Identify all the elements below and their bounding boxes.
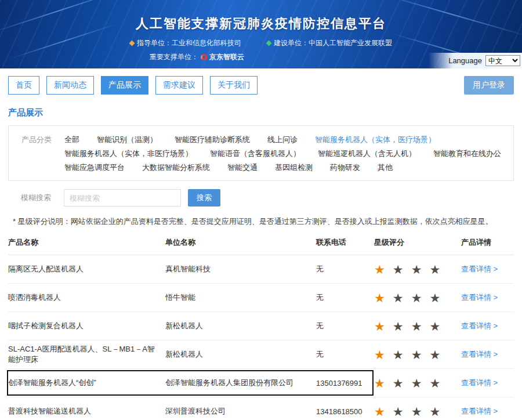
table-row: 隔离区无人配送机器人真机智能科技无★★★★查看详情 > <box>8 255 514 284</box>
jd-logo-icon <box>201 54 207 60</box>
company-name: 创泽智能服务机器人集团股份有限公司 <box>165 378 316 388</box>
category-item[interactable]: 其他 <box>378 161 393 175</box>
nav-item-新闻动态[interactable]: 新闻动态 <box>46 76 94 95</box>
banner-subtitle-row: 指导单位：工业和信息化部科技司 建设单位：中国人工智能产业发展联盟 <box>0 38 522 48</box>
category-item[interactable]: 智能语音（含客服机器人） <box>210 147 300 161</box>
product-table: 产品名称 单位名称 联系电话 星级评分 产品详情 隔离区无人配送机器人真机智能科… <box>8 229 514 420</box>
category-item[interactable]: 智能教育和在线办公 <box>433 147 501 161</box>
contact-phone: 13501376991 <box>316 379 374 388</box>
star-icon: ★ <box>393 263 404 276</box>
star-icon: ★ <box>411 405 422 418</box>
star-rating: ★★★★ <box>374 263 461 276</box>
nav-item-关于我们[interactable]: 关于我们 <box>210 76 258 95</box>
nav-item-产品展示[interactable]: 产品展示 <box>101 76 148 95</box>
star-icon: ★ <box>393 348 404 361</box>
jd-cloud-logo: 京东智联云 <box>201 52 244 62</box>
star-icon: ★ <box>411 263 422 276</box>
star-icon: ★ <box>393 376 404 390</box>
star-icon: ★ <box>429 320 440 333</box>
category-item[interactable]: 药物研发 <box>330 161 360 175</box>
category-item[interactable]: 基因组检测 <box>275 161 313 175</box>
detail-cell: 查看详情 > <box>461 378 514 388</box>
star-rating: ★★★★ <box>374 405 461 418</box>
main-nav: 首页新闻动态产品展示需求建议关于我们用户登录 <box>0 68 522 102</box>
search-label: 模糊搜索 <box>8 193 64 203</box>
company-name: 新松机器人 <box>165 321 316 331</box>
contact-phone: 无 <box>316 349 374 360</box>
star-icon: ★ <box>411 348 422 361</box>
nav-item-首页[interactable]: 首页 <box>8 76 39 95</box>
filter-label: 产品分类 <box>9 133 64 175</box>
view-details-link[interactable]: 查看详情 > <box>461 378 498 387</box>
view-details-link[interactable]: 查看详情 > <box>461 265 498 273</box>
product-name: 创泽智能服务机器人“创创” <box>8 378 165 388</box>
filter-box: 产品分类 全部智能识别（温测）智能医疗辅助诊断系统线上问诊智能服务机器人（实体，… <box>8 125 514 181</box>
company-name: 深圳普渡科技公司 <box>165 406 316 417</box>
col-phone: 联系电话 <box>316 237 374 248</box>
star-icon: ★ <box>374 263 385 276</box>
category-item[interactable]: 智能服务机器人（实体，医疗场景） <box>315 133 436 147</box>
star-rating: ★★★★ <box>374 349 461 361</box>
product-name: SL-AC1-A医用配送机器人、SL－MB1－A智能护理床 <box>8 344 165 365</box>
product-name: 普渡科技智能递送机器人 <box>8 406 165 417</box>
bullet-icon <box>129 41 135 46</box>
view-details-link[interactable]: 查看详情 > <box>461 407 498 415</box>
contact-phone: 无 <box>316 321 374 331</box>
table-row: SL-AC1-A医用配送机器人、SL－MB1－A智能护理床新松机器人无★★★★查… <box>8 341 514 369</box>
language-select[interactable]: 中文 <box>485 55 520 66</box>
product-name: 喷洒消毒机器人 <box>8 292 165 303</box>
detail-cell: 查看详情 > <box>461 321 514 331</box>
view-details-link[interactable]: 查看详情 > <box>461 350 498 359</box>
jd-logo-text: 京东智联云 <box>209 52 244 62</box>
site-title: 人工智能支撑新冠肺炎疫情防控信息平台 <box>0 0 522 32</box>
col-star-rating: 星级评分 <box>374 237 461 248</box>
col-company-name: 单位名称 <box>165 237 316 248</box>
table-header: 产品名称 单位名称 联系电话 星级评分 产品详情 <box>8 229 514 255</box>
category-item[interactable]: 智能巡逻机器人（含无人机） <box>318 147 416 161</box>
site-banner: 人工智能支撑新冠肺炎疫情防控信息平台 指导单位：工业和信息化部科技司 建设单位：… <box>0 0 522 68</box>
language-label: Language <box>448 56 482 65</box>
category-item[interactable]: 大数据智能分析系统 <box>142 161 210 175</box>
category-item[interactable]: 智能识别（温测） <box>97 133 157 147</box>
company-name: 真机智能科技 <box>165 264 316 274</box>
category-item[interactable]: 线上问诊 <box>267 133 298 147</box>
nav-item-需求建议[interactable]: 需求建议 <box>155 76 203 95</box>
search-button[interactable]: 搜索 <box>188 189 220 207</box>
language-bar: Language 中文 <box>429 53 522 68</box>
table-row: 创泽智能服务机器人“创创”创泽智能服务机器人集团股份有限公司1350137699… <box>8 369 514 397</box>
guide-unit: 指导单位：工业和信息化部科技司 <box>137 38 241 48</box>
search-input[interactable] <box>64 189 181 207</box>
star-rating: ★★★★ <box>374 320 461 332</box>
category-item[interactable]: 智能服务机器人（实体，非医疗场景） <box>64 147 193 161</box>
star-icon: ★ <box>374 348 385 361</box>
page-title: 产品展示 <box>0 102 522 125</box>
star-icon: ★ <box>374 405 385 418</box>
search-row: 模糊搜索 搜索 <box>8 189 514 207</box>
star-icon: ★ <box>429 291 440 305</box>
builder-unit: 建设单位：中国人工智能产业发展联盟 <box>274 38 392 48</box>
star-icon: ★ <box>374 376 385 390</box>
table-row: 咽拭子检测复合机器人新松机器人无★★★★查看详情 > <box>8 312 514 341</box>
star-icon: ★ <box>374 320 385 333</box>
star-icon: ★ <box>393 291 404 305</box>
support-label: 重要支撑单位： <box>150 52 198 62</box>
bullet-icon <box>266 41 272 46</box>
category-item[interactable]: 智能应急调度平台 <box>64 161 125 175</box>
contact-phone: 13418618500 <box>316 407 374 416</box>
category-item[interactable]: 全部 <box>64 133 79 147</box>
category-row: 智能服务机器人（实体，非医疗场景）智能语音（含客服机器人）智能巡逻机器人（含无人… <box>64 147 507 161</box>
col-product-name: 产品名称 <box>8 237 165 248</box>
category-item[interactable]: 智能交通 <box>227 161 258 175</box>
login-button[interactable]: 用户登录 <box>464 76 514 95</box>
star-icon: ★ <box>429 348 440 361</box>
table-row: 普渡科技智能递送机器人深圳普渡科技公司13418618500★★★★查看详情 > <box>8 397 514 420</box>
star-icon: ★ <box>393 405 404 418</box>
product-name: 咽拭子检测复合机器人 <box>8 321 165 331</box>
star-rating: ★★★★ <box>374 292 461 304</box>
category-item[interactable]: 智能医疗辅助诊断系统 <box>175 133 250 147</box>
company-name: 新松机器人 <box>165 349 316 360</box>
contact-phone: 无 <box>316 292 374 303</box>
view-details-link[interactable]: 查看详情 > <box>461 293 498 302</box>
category-rows: 全部智能识别（温测）智能医疗辅助诊断系统线上问诊智能服务机器人（实体，医疗场景）… <box>64 133 507 175</box>
view-details-link[interactable]: 查看详情 > <box>461 321 498 330</box>
